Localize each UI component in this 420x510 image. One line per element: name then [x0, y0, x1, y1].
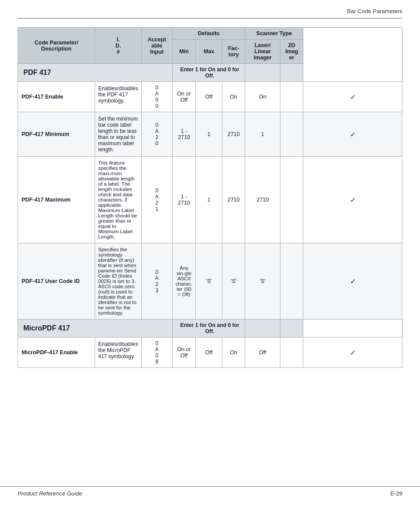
param-name-pdf417-max: PDF-417 Maximum — [18, 157, 95, 243]
param-desc-label: Code Parameter/ Description — [34, 40, 78, 52]
pdf417-min-param: PDF-417 Minimum — [22, 131, 69, 137]
laser-pdf417-min — [280, 112, 303, 157]
col-header-factory: Fac-tory — [222, 40, 245, 64]
id-pdf417-max: 0A21 — [141, 157, 172, 243]
id-pdf417-enable: 0A00 — [141, 82, 172, 112]
max-val: On — [230, 349, 237, 356]
desc-pdf417-max: This feature specifies the maxi-mum allo… — [95, 157, 142, 243]
factory-val: 1 — [261, 131, 264, 137]
accept-val: 1 - 2710 — [178, 194, 190, 206]
param-name-pdf417-enable: PDF-417 Enable — [18, 82, 95, 112]
table-row: PDF-417 Maximum This feature specifies t… — [18, 157, 402, 243]
desc-micropdf417-enable: Enables/disables the MicroPDF 417 symbol… — [95, 338, 142, 368]
id-val: 0A20 — [155, 122, 158, 147]
col-header-id: I.D.# — [95, 28, 142, 64]
max-label: Max — [203, 48, 214, 55]
laser-pdf417-userid — [280, 243, 303, 319]
factory-pdf417-userid: 'S' — [245, 243, 280, 319]
pdf417-title: PDF 417 — [23, 69, 51, 76]
section-pdf417-laser-empty — [245, 64, 280, 82]
accept-val: On or Off — [177, 91, 191, 103]
accept-micropdf417-enable: On or Off — [172, 338, 195, 368]
2d-pdf417-userid: ✓ — [303, 243, 402, 319]
section-pdf417-2d-empty — [280, 64, 303, 82]
min-pdf417-max: 1 — [196, 157, 222, 243]
table-row: PDF-417 User Code ID Specifies the symbo… — [18, 243, 402, 319]
checkmark-icon: ✓ — [350, 278, 356, 285]
max-val: 'S' — [231, 278, 236, 284]
id-label: I.D.# — [115, 37, 121, 55]
min-val: 1 — [207, 197, 210, 203]
param-name-pdf417-min: PDF-417 Minimum — [18, 112, 95, 157]
max-pdf417-enable: On — [222, 82, 245, 112]
col-header-min: Min — [172, 40, 195, 64]
pdf417-note: Enter 1 for On and 0 for Off. — [180, 66, 239, 79]
laser-label: Laser/LinearImager — [254, 42, 272, 61]
min-val: Off — [205, 349, 212, 356]
col-header-laser: Laser/LinearImager — [245, 40, 280, 64]
max-micropdf417-enable: On — [222, 338, 245, 368]
section-micropdf417-laser-empty — [245, 319, 280, 338]
col-header-accept: AcceptableInput — [141, 28, 172, 64]
micropdf417-note: Enter 1 for On and 0 for Off. — [180, 322, 239, 334]
section-micropdf417-note: Enter 1 for On and 0 for Off. — [172, 319, 245, 338]
page-header: Bar Code Parameters — [0, 0, 420, 18]
max-pdf417-max: 2710 — [222, 157, 245, 243]
factory-label: Fac-tory — [228, 45, 239, 58]
factory-pdf417-enable: On — [245, 82, 280, 112]
checkmark-icon: ✓ — [350, 131, 356, 138]
section-micropdf417: MicroPDF 417 Enter 1 for On and 0 for Of… — [18, 319, 402, 338]
col-header-scanner: Scanner Type — [245, 28, 303, 40]
max-val: On — [230, 94, 237, 100]
pdf417-min-desc: Set the minimum bar code label length to… — [98, 116, 138, 153]
factory-val: Off — [259, 349, 266, 356]
param-name-pdf417-userid: PDF-417 User Code ID — [18, 243, 95, 319]
laser-micropdf417-enable — [280, 338, 303, 368]
factory-val: On — [259, 94, 266, 100]
header-title: Bar Code Parameters — [347, 8, 402, 15]
col-header-2d: 2DImager — [280, 40, 303, 64]
main-content: Code Parameter/ Description I.D.# Accept… — [0, 18, 420, 377]
factory-val: 2710 — [257, 197, 269, 203]
min-pdf417-enable: Off — [196, 82, 222, 112]
col-header-defaults: Defaults — [172, 28, 245, 40]
min-micropdf417-enable: Off — [196, 338, 222, 368]
min-pdf417-userid: 'S' — [196, 243, 222, 319]
id-micropdf417-enable: 0A08 — [141, 338, 172, 368]
micropdf417-enable-param: MicroPDF-417 Enable — [22, 349, 78, 356]
table-header-row-1: Code Parameter/ Description I.D.# Accept… — [18, 28, 402, 40]
id-val: 0A00 — [155, 84, 158, 109]
micropdf417-title: MicroPDF 417 — [23, 324, 70, 332]
accept-pdf417-max: 1 - 2710 — [172, 157, 195, 243]
pdf417-enable-desc: Enables/disables the PDF 417 symbology. — [98, 85, 138, 104]
2d-micropdf417-enable: ✓ — [303, 338, 402, 368]
laser-pdf417-enable — [280, 82, 303, 112]
accept-val: Any sin-gle ASCII charac-ter (00 = Off) — [176, 265, 192, 297]
page-footer: Product Reference Guide E-29 — [0, 486, 420, 497]
min-val: 1 — [207, 131, 210, 137]
section-pdf417-name: PDF 417 — [18, 64, 173, 82]
pdf417-userid-param: PDF-417 User Code ID — [22, 278, 80, 284]
laser-pdf417-max — [280, 157, 303, 243]
id-pdf417-userid: 0A23 — [141, 243, 172, 319]
pdf417-max-desc: This feature specifies the maxi-mum allo… — [98, 160, 137, 239]
accept-pdf417-enable: On or Off — [172, 82, 195, 112]
scanner-label: Scanner Type — [256, 30, 292, 37]
accept-label: AcceptableInput — [147, 37, 166, 55]
accept-pdf417-userid: Any sin-gle ASCII charac-ter (00 = Off) — [172, 243, 195, 319]
2d-pdf417-enable: ✓ — [303, 82, 402, 112]
id-pdf417-min: 0A20 — [141, 112, 172, 157]
factory-val: 'S' — [260, 278, 265, 284]
defaults-label: Defaults — [198, 30, 219, 37]
max-val: 2710 — [228, 197, 240, 203]
min-label: Min — [179, 48, 189, 55]
factory-pdf417-min: 1 — [245, 112, 280, 157]
section-micropdf417-name: MicroPDF 417 — [18, 319, 173, 338]
max-pdf417-min: 2710 — [222, 112, 245, 157]
accept-val: 1 - 2710 — [178, 128, 190, 140]
pdf417-enable-param: PDF-417 Enable — [22, 94, 63, 100]
min-val: 'S' — [206, 278, 212, 284]
desc-pdf417-min: Set the minimum bar code label length to… — [95, 112, 142, 157]
min-pdf417-min: 1 — [196, 112, 222, 157]
desc-pdf417-enable: Enables/disables the PDF 417 symbology. — [95, 82, 142, 112]
